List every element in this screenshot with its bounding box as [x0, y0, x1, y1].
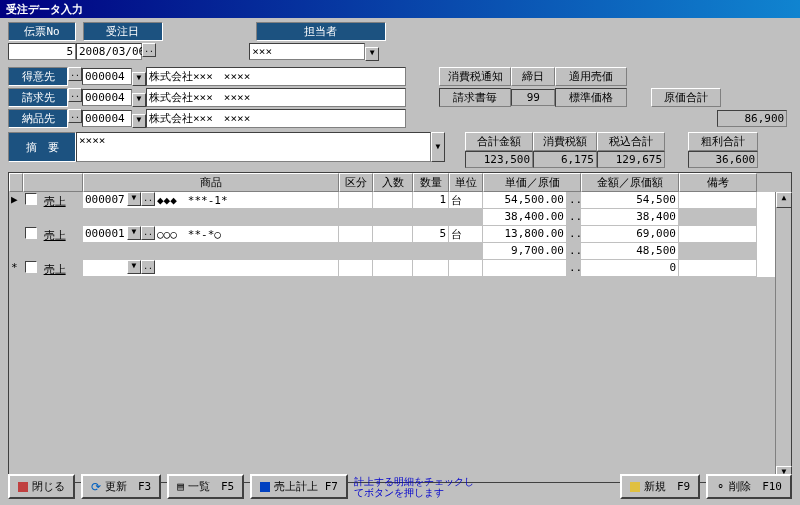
irisu-cell[interactable]: [373, 260, 413, 277]
goukei-label: 合計金額: [465, 132, 533, 151]
nouhin-code[interactable]: 000004: [82, 110, 132, 127]
genka-cell[interactable]: 9,700.00: [483, 243, 567, 260]
row-checkbox[interactable]: [25, 227, 37, 239]
denpyo-label: 伝票No: [8, 22, 76, 41]
nouhin-name[interactable]: 株式会社××× ××××: [146, 109, 406, 128]
seikyu-code[interactable]: 000004: [82, 89, 132, 106]
tantou-dropdown[interactable]: ▼: [365, 47, 379, 61]
nouhin-dd[interactable]: ▼: [132, 114, 146, 128]
shouhi-label: 消費税額: [533, 132, 597, 151]
biko-cell[interactable]: [679, 192, 757, 209]
keijou-button[interactable]: 売上計上 F7: [250, 474, 348, 499]
juchubi-field[interactable]: 2008/03/06: [76, 43, 142, 60]
genka-cell[interactable]: 38,400.00: [483, 209, 567, 226]
irisu-cell[interactable]: [373, 226, 413, 243]
row-type[interactable]: 売上: [23, 260, 83, 277]
code-lookup[interactable]: ..: [141, 226, 155, 240]
code-dd[interactable]: ▼: [127, 192, 141, 206]
tani-cell[interactable]: 台: [449, 226, 483, 243]
tanka-btn[interactable]: ..: [567, 192, 581, 209]
zeikomi-label: 税込合計: [597, 132, 665, 151]
new-button[interactable]: 新規 F9: [620, 474, 700, 499]
seikyu-lookup[interactable]: ..: [68, 88, 82, 102]
tantou-field[interactable]: ×××: [249, 43, 365, 60]
tantou-label: 担当者: [256, 22, 386, 41]
nouhin-lookup[interactable]: ..: [68, 109, 82, 123]
close-button[interactable]: 閉じる: [8, 474, 75, 499]
tokui-dd[interactable]: ▼: [132, 72, 146, 86]
list-icon: ▤: [177, 480, 184, 493]
row-marker: *: [9, 260, 23, 277]
shouhizei-label: 消費税通知: [439, 67, 511, 86]
irisu-cell[interactable]: [373, 192, 413, 209]
tekiyou-dd[interactable]: ▼: [431, 132, 445, 162]
denpyo-field[interactable]: 5: [8, 43, 76, 60]
genkagaku-cell[interactable]: 48,500: [581, 243, 679, 260]
col-tanka: 単価／原価: [483, 173, 581, 192]
update-button[interactable]: ⟳更新 F3: [81, 474, 161, 499]
close-icon: [18, 482, 28, 492]
tokui-name[interactable]: 株式会社××× ××××: [146, 67, 406, 86]
genka-btn[interactable]: ..: [567, 243, 581, 260]
kubun-cell[interactable]: [339, 260, 373, 277]
shimebi-label: 締日: [511, 67, 555, 86]
shouhi-value: 6,175: [533, 151, 597, 168]
tanka-cell[interactable]: 13,800.00: [483, 226, 567, 243]
code-lookup[interactable]: ..: [141, 260, 155, 274]
row-marker: ▶: [9, 192, 23, 209]
tokui-lookup[interactable]: ..: [68, 67, 82, 81]
suryo-cell[interactable]: 1: [413, 192, 449, 209]
keijou-icon: [260, 482, 270, 492]
kingaku-cell[interactable]: 69,000: [581, 226, 679, 243]
seikyu-dd[interactable]: ▼: [132, 93, 146, 107]
seikyu-name[interactable]: 株式会社××× ××××: [146, 88, 406, 107]
genka-btn[interactable]: ..: [567, 209, 581, 226]
tokui-code[interactable]: 000004: [82, 68, 132, 85]
row-type[interactable]: 売上: [23, 192, 83, 209]
code-dd[interactable]: ▼: [127, 226, 141, 240]
biko-cell[interactable]: [679, 260, 757, 277]
kubun-cell[interactable]: [339, 226, 373, 243]
tanka-btn[interactable]: ..: [567, 226, 581, 243]
tani-cell[interactable]: [449, 260, 483, 277]
shimebi-value: 99: [511, 89, 555, 106]
arari-value: 36,600: [688, 151, 758, 168]
col-biko: 備考: [679, 173, 757, 192]
delete-button[interactable]: ⚬削除 F10: [706, 474, 792, 499]
tekiyou-field[interactable]: ××××: [76, 132, 431, 162]
col-irisu: 入数: [373, 173, 413, 192]
col-kubun: 区分: [339, 173, 373, 192]
suryo-cell[interactable]: [413, 260, 449, 277]
kubun-cell[interactable]: [339, 192, 373, 209]
tanka-cell[interactable]: 54,500.00: [483, 192, 567, 209]
tani-cell[interactable]: 台: [449, 192, 483, 209]
code-dd[interactable]: ▼: [127, 260, 141, 274]
shohin-cell[interactable]: 000007▼..◆◆◆ ***-1*: [83, 192, 339, 209]
refresh-icon: ⟳: [91, 480, 101, 494]
genkagaku-cell[interactable]: 38,400: [581, 209, 679, 226]
tanka-cell[interactable]: [483, 260, 567, 277]
shohin-cell[interactable]: ▼..: [83, 260, 339, 277]
row-type[interactable]: 売上: [23, 226, 83, 243]
col-kingaku: 金額／原価額: [581, 173, 679, 192]
row-checkbox[interactable]: [25, 193, 37, 205]
scroll-up-button[interactable]: ▲: [776, 192, 792, 208]
list-button[interactable]: ▤一覧 F5: [167, 474, 244, 499]
shohin-cell[interactable]: 000001▼..○○○ **-*○: [83, 226, 339, 243]
code-lookup[interactable]: ..: [141, 192, 155, 206]
baika-label: 適用売価: [555, 67, 627, 86]
window-titlebar: 受注データ入力: [0, 0, 800, 18]
row-checkbox[interactable]: [25, 261, 37, 273]
suryo-cell[interactable]: 5: [413, 226, 449, 243]
kingaku-cell[interactable]: 0: [581, 260, 679, 277]
genka-label: 原価合計: [651, 88, 721, 107]
vertical-scrollbar[interactable]: ▲ ▼: [775, 192, 791, 482]
tekiyou-label: 摘 要: [8, 132, 76, 162]
genka-value: 86,900: [717, 110, 787, 127]
detail-grid: 商品 区分 入数 数量 単位 単価／原価 金額／原価額 備考 ▶ 売上00000…: [8, 172, 792, 483]
kingaku-cell[interactable]: 54,500: [581, 192, 679, 209]
col-shohin: 商品: [83, 173, 339, 192]
date-picker-button[interactable]: ..: [142, 43, 156, 57]
biko-cell[interactable]: [679, 226, 757, 243]
tanka-btn[interactable]: ..: [567, 260, 581, 277]
